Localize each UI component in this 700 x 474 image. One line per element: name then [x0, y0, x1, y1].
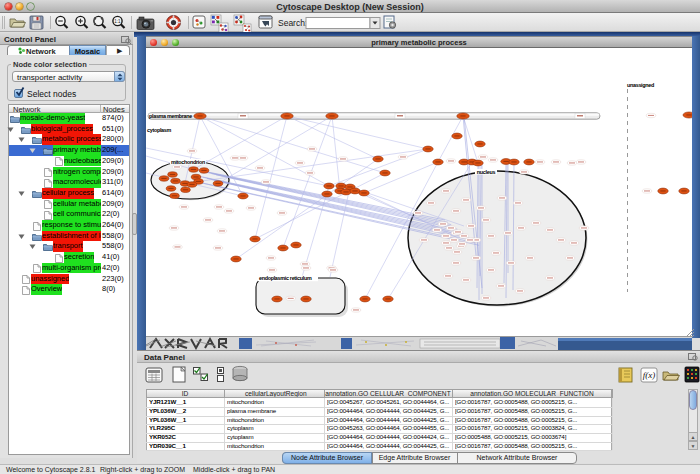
svg-text:unassigned: unassigned	[627, 82, 654, 88]
svg-text:cytoplasm: cytoplasm	[147, 127, 171, 133]
svg-text:mitochondrion: mitochondrion	[171, 159, 205, 165]
svg-text:Search:: Search:	[278, 18, 307, 28]
svg-text:nucleus: nucleus	[477, 169, 496, 175]
svg-text:endoplasmic reticulum: endoplasmic reticulum	[259, 275, 312, 281]
svg-text:plasma membrane: plasma membrane	[149, 113, 192, 119]
svg-text:f(x): f(x)	[643, 370, 656, 380]
svg-text:1:1: 1:1	[114, 19, 121, 24]
